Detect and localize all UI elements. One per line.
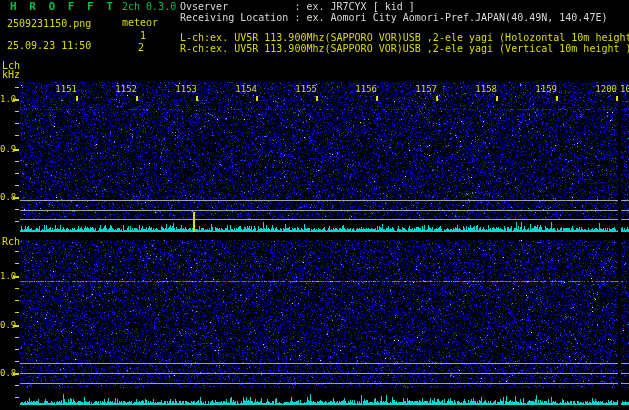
- time-label: 1156: [353, 84, 377, 94]
- time-label: 1155: [293, 84, 317, 94]
- rch-panel-label: Rch: [2, 237, 20, 247]
- date-time: 25.09.23 11:50: [7, 41, 91, 51]
- app-version: 2ch 0.3.0: [122, 2, 176, 12]
- channel-2-number: 2: [138, 43, 144, 53]
- time-label: 1159: [533, 84, 557, 94]
- time-label: 1157: [413, 84, 437, 94]
- lch-freq-label-1.0: 1.0: [0, 94, 16, 104]
- rch-config-line: R-ch:ex. UV5R 113.900Mhz(SAPPORO VOR)USB…: [180, 44, 629, 54]
- location-line: Receiving Location : ex. Aomori City Aom…: [180, 13, 607, 23]
- lch-freq-label-0.8: 0.8: [0, 192, 16, 202]
- channel-1-number: 1: [140, 31, 146, 41]
- time-label: 1151: [53, 84, 77, 94]
- rch-freq-label-1.0: 1.0: [0, 271, 16, 281]
- app-title: H R O F F T: [10, 2, 116, 12]
- time-label: 1154: [233, 84, 257, 94]
- lch-config-line: L-ch:ex. UV5R 113.900Mhz(SAPPORO VOR)USB…: [180, 33, 629, 43]
- time-label: 1158: [473, 84, 497, 94]
- rch-freq-label-0.8: 0.8: [0, 368, 16, 378]
- lch-unit-label: kHz: [2, 70, 20, 80]
- hrofft-screen: H R O F F T 2ch 0.3.0 2509231150.png met…: [0, 0, 629, 410]
- time-label: 1152: [113, 84, 137, 94]
- rch-freq-label-0.9: 0.9: [0, 320, 16, 330]
- time-label: 1153: [173, 84, 197, 94]
- mode-label: meteor: [122, 18, 158, 28]
- observer-line: Ovserver : ex. JR7CYX [ kid ]: [180, 2, 415, 12]
- time-label: 1200: [593, 84, 617, 94]
- time-label-partial: 10: [620, 84, 629, 94]
- output-filename: 2509231150.png: [7, 19, 91, 29]
- spectrogram-canvas: [0, 0, 629, 410]
- lch-freq-label-0.9: 0.9: [0, 144, 16, 154]
